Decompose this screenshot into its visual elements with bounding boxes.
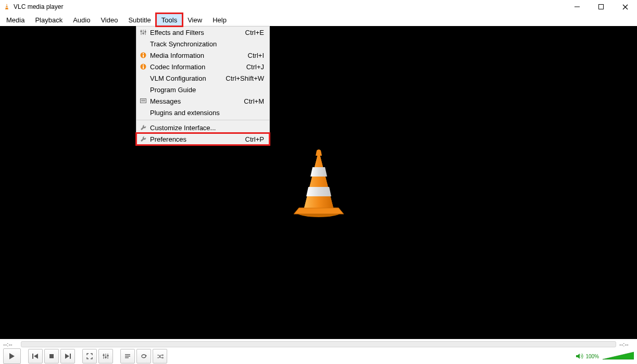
menu-item-label: Customize Interface...: [150, 124, 264, 132]
tools-effects-filters[interactable]: Effects and Filters Ctrl+E: [136, 27, 269, 38]
tools-dropdown: Effects and Filters Ctrl+E Track Synchro…: [136, 26, 270, 145]
play-button[interactable]: [3, 348, 21, 364]
menu-separator: [136, 120, 269, 120]
menu-media[interactable]: Media: [1, 14, 30, 26]
svg-rect-20: [143, 66, 144, 69]
menu-item-label: Media Information: [150, 52, 248, 59]
tools-codec-info[interactable]: Codec Information Ctrl+J: [136, 61, 269, 72]
fullscreen-button[interactable]: [82, 349, 97, 363]
svg-marker-29: [65, 354, 69, 359]
messages-icon: [136, 98, 150, 104]
menu-video[interactable]: Video: [95, 14, 123, 26]
menu-item-shortcut: Ctrl+M: [244, 97, 264, 105]
menu-item-label: Codec Information: [150, 63, 246, 71]
menu-bar: Media Playback Audio Video Subtitle Tool…: [0, 14, 637, 26]
tools-media-info[interactable]: Media Information Ctrl+I: [136, 49, 269, 61]
menu-item-label: Effects and Filters: [150, 29, 245, 36]
menu-item-label: Program Guide: [150, 86, 264, 94]
menu-tools[interactable]: Tools: [156, 14, 182, 26]
app-icon: [3, 3, 10, 10]
svg-marker-27: [34, 354, 38, 359]
next-button[interactable]: [60, 349, 75, 363]
seek-row: --:-- --:--: [0, 339, 637, 348]
sliders-icon: [136, 29, 150, 35]
menu-help[interactable]: Help: [207, 14, 232, 26]
maximize-button[interactable]: [589, 0, 613, 14]
window-title: VLC media player: [14, 3, 63, 10]
svg-rect-13: [141, 31, 142, 32]
tools-messages[interactable]: Messages Ctrl+M: [136, 95, 269, 107]
svg-rect-36: [107, 355, 109, 356]
menu-audio[interactable]: Audio: [68, 14, 95, 26]
svg-marker-42: [163, 357, 164, 359]
svg-rect-1: [6, 5, 8, 6]
menu-item-label: VLM Configuration: [150, 74, 226, 82]
menu-item-label: Messages: [150, 97, 244, 105]
svg-rect-34: [103, 355, 105, 356]
tools-plugins[interactable]: Plugins and extensions: [136, 107, 269, 118]
menu-item-shortcut: Ctrl+J: [246, 63, 264, 71]
menu-item-shortcut: Ctrl+Shift+W: [226, 74, 264, 82]
menu-subtitle[interactable]: Subtitle: [123, 14, 156, 26]
svg-marker-25: [9, 353, 15, 359]
svg-marker-43: [576, 354, 580, 359]
shuffle-button[interactable]: [153, 349, 167, 363]
volume-percent: 100%: [585, 354, 599, 359]
title-bar: VLC media player: [0, 0, 637, 14]
speaker-icon[interactable]: [576, 353, 584, 360]
menu-view[interactable]: View: [182, 14, 207, 26]
tools-track-sync[interactable]: Track Synchronization: [136, 38, 269, 49]
menu-item-shortcut: Ctrl+E: [245, 29, 264, 36]
svg-rect-4: [599, 5, 604, 9]
svg-rect-18: [143, 53, 144, 54]
video-area[interactable]: [0, 26, 637, 339]
svg-rect-17: [143, 55, 144, 57]
svg-marker-41: [163, 354, 164, 356]
tools-preferences[interactable]: Preferences Ctrl+P: [136, 133, 269, 145]
svg-rect-2: [5, 7, 8, 8]
tools-customize-interface[interactable]: Customize Interface...: [136, 122, 269, 133]
tools-vlm-config[interactable]: VLM Configuration Ctrl+Shift+W: [136, 72, 269, 84]
playlist-button[interactable]: [120, 349, 135, 363]
menu-item-shortcut: Ctrl+I: [248, 52, 264, 59]
menu-item-shortcut: Ctrl+P: [245, 135, 264, 143]
info-icon: [136, 64, 150, 70]
seek-slider[interactable]: [21, 341, 616, 347]
prev-button[interactable]: [28, 349, 43, 363]
time-remaining[interactable]: --:--: [619, 341, 634, 347]
loop-button[interactable]: [136, 349, 151, 363]
menu-item-label: Plugins and extensions: [150, 109, 264, 117]
svg-rect-21: [143, 65, 144, 66]
stop-button[interactable]: [44, 349, 59, 363]
info-icon: [136, 52, 150, 58]
menu-item-label: Preferences: [150, 135, 245, 143]
extended-settings-button[interactable]: [98, 349, 113, 363]
vlc-cone-icon: [288, 146, 350, 219]
wrench-icon: [136, 136, 150, 142]
svg-rect-28: [49, 354, 54, 358]
menu-item-label: Track Synchronization: [150, 40, 264, 48]
svg-marker-0: [5, 4, 8, 9]
volume-slider[interactable]: [603, 351, 634, 361]
svg-rect-35: [105, 357, 107, 358]
svg-rect-30: [70, 354, 71, 359]
svg-rect-14: [143, 33, 144, 34]
time-elapsed[interactable]: --:--: [3, 341, 18, 347]
close-button[interactable]: [613, 0, 637, 14]
minimize-button[interactable]: [565, 0, 589, 14]
menu-playback[interactable]: Playback: [30, 14, 68, 26]
svg-rect-26: [32, 354, 33, 359]
tools-program-guide[interactable]: Program Guide: [136, 84, 269, 95]
controls-bar: 100%: [0, 348, 637, 364]
wrench-icon: [136, 124, 150, 131]
svg-marker-8: [294, 208, 344, 214]
svg-rect-15: [145, 31, 146, 32]
